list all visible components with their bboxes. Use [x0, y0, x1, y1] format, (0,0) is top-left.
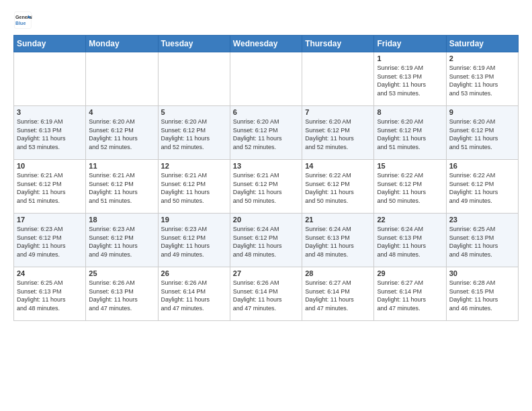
logo: General Blue [13, 11, 32, 30]
day-number: 13 [233, 162, 299, 170]
day-cell [158, 52, 230, 106]
day-cell: 12Sunrise: 6:21 AM Sunset: 6:12 PM Dayli… [158, 160, 230, 214]
day-number: 19 [161, 216, 227, 224]
calendar: SundayMondayTuesdayWednesdayThursdayFrid… [13, 35, 519, 321]
day-info: Sunrise: 6:20 AM Sunset: 6:12 PM Dayligh… [161, 118, 227, 151]
day-cell: 30Sunrise: 6:28 AM Sunset: 6:15 PM Dayli… [446, 267, 518, 321]
day-info: Sunrise: 6:26 AM Sunset: 6:14 PM Dayligh… [233, 279, 299, 312]
day-number: 28 [305, 269, 371, 277]
day-number: 4 [89, 108, 154, 116]
day-number: 5 [161, 108, 227, 116]
day-number: 29 [377, 269, 443, 277]
day-info: Sunrise: 6:24 AM Sunset: 6:12 PM Dayligh… [233, 225, 299, 259]
day-info: Sunrise: 6:22 AM Sunset: 6:12 PM Dayligh… [305, 171, 371, 205]
week-row-5: 24Sunrise: 6:25 AM Sunset: 6:13 PM Dayli… [14, 267, 519, 321]
day-cell: 22Sunrise: 6:24 AM Sunset: 6:13 PM Dayli… [374, 214, 446, 267]
day-number: 21 [305, 216, 371, 224]
day-info: Sunrise: 6:21 AM Sunset: 6:12 PM Dayligh… [89, 171, 154, 205]
day-number: 6 [233, 108, 299, 116]
week-row-1: 1Sunrise: 6:19 AM Sunset: 6:13 PM Daylig… [14, 52, 519, 106]
svg-rect-0 [15, 12, 32, 29]
day-cell: 28Sunrise: 6:27 AM Sunset: 6:14 PM Dayli… [302, 267, 374, 321]
day-number: 20 [233, 216, 299, 224]
week-row-2: 3Sunrise: 6:19 AM Sunset: 6:13 PM Daylig… [14, 106, 519, 160]
day-info: Sunrise: 6:19 AM Sunset: 6:13 PM Dayligh… [377, 64, 443, 97]
weekday-header-friday: Friday [374, 36, 446, 52]
page: General Blue SundayMondayTuesdayWednesda… [0, 0, 532, 411]
day-info: Sunrise: 6:22 AM Sunset: 6:12 PM Dayligh… [449, 171, 515, 205]
day-cell: 7Sunrise: 6:20 AM Sunset: 6:12 PM Daylig… [302, 106, 374, 160]
day-number: 7 [305, 108, 371, 116]
day-cell: 24Sunrise: 6:25 AM Sunset: 6:13 PM Dayli… [14, 267, 86, 321]
weekday-header-saturday: Saturday [446, 36, 518, 52]
day-number: 16 [449, 162, 515, 170]
day-info: Sunrise: 6:20 AM Sunset: 6:12 PM Dayligh… [89, 118, 154, 151]
day-info: Sunrise: 6:23 AM Sunset: 6:12 PM Dayligh… [161, 225, 227, 259]
day-info: Sunrise: 6:21 AM Sunset: 6:12 PM Dayligh… [233, 171, 299, 205]
day-info: Sunrise: 6:20 AM Sunset: 6:12 PM Dayligh… [305, 118, 371, 151]
logo-icon: General Blue [13, 11, 32, 30]
week-row-4: 17Sunrise: 6:23 AM Sunset: 6:12 PM Dayli… [14, 214, 519, 267]
day-info: Sunrise: 6:27 AM Sunset: 6:14 PM Dayligh… [377, 279, 443, 312]
day-number: 15 [377, 162, 443, 170]
header: General Blue [13, 11, 519, 30]
day-cell: 25Sunrise: 6:26 AM Sunset: 6:13 PM Dayli… [86, 267, 158, 321]
week-row-3: 10Sunrise: 6:21 AM Sunset: 6:12 PM Dayli… [14, 160, 519, 214]
day-cell: 6Sunrise: 6:20 AM Sunset: 6:12 PM Daylig… [230, 106, 302, 160]
day-cell [14, 52, 86, 106]
day-info: Sunrise: 6:22 AM Sunset: 6:12 PM Dayligh… [377, 171, 443, 205]
weekday-header-monday: Monday [86, 36, 158, 52]
day-number: 30 [449, 269, 515, 277]
day-number: 14 [305, 162, 371, 170]
day-number: 23 [449, 216, 515, 224]
day-info: Sunrise: 6:28 AM Sunset: 6:15 PM Dayligh… [449, 279, 515, 312]
day-info: Sunrise: 6:23 AM Sunset: 6:12 PM Dayligh… [17, 225, 83, 259]
day-cell: 15Sunrise: 6:22 AM Sunset: 6:12 PM Dayli… [374, 160, 446, 214]
day-cell: 10Sunrise: 6:21 AM Sunset: 6:12 PM Dayli… [14, 160, 86, 214]
day-info: Sunrise: 6:24 AM Sunset: 6:13 PM Dayligh… [305, 225, 371, 259]
day-number: 8 [377, 108, 443, 116]
day-cell: 9Sunrise: 6:20 AM Sunset: 6:12 PM Daylig… [446, 106, 518, 160]
day-info: Sunrise: 6:23 AM Sunset: 6:12 PM Dayligh… [89, 225, 154, 259]
day-cell: 3Sunrise: 6:19 AM Sunset: 6:13 PM Daylig… [14, 106, 86, 160]
day-cell: 21Sunrise: 6:24 AM Sunset: 6:13 PM Dayli… [302, 214, 374, 267]
day-number: 12 [161, 162, 227, 170]
day-info: Sunrise: 6:27 AM Sunset: 6:14 PM Dayligh… [305, 279, 371, 312]
day-cell: 17Sunrise: 6:23 AM Sunset: 6:12 PM Dayli… [14, 214, 86, 267]
day-cell: 20Sunrise: 6:24 AM Sunset: 6:12 PM Dayli… [230, 214, 302, 267]
weekday-header-row: SundayMondayTuesdayWednesdayThursdayFrid… [14, 36, 519, 52]
day-info: Sunrise: 6:19 AM Sunset: 6:13 PM Dayligh… [17, 118, 83, 151]
day-number: 27 [233, 269, 299, 277]
day-cell: 4Sunrise: 6:20 AM Sunset: 6:12 PM Daylig… [86, 106, 158, 160]
day-number: 11 [89, 162, 154, 170]
day-cell [86, 52, 158, 106]
day-info: Sunrise: 6:19 AM Sunset: 6:13 PM Dayligh… [449, 64, 515, 97]
day-number: 25 [89, 269, 154, 277]
day-cell: 16Sunrise: 6:22 AM Sunset: 6:12 PM Dayli… [446, 160, 518, 214]
day-number: 10 [17, 162, 83, 170]
day-number: 1 [377, 54, 443, 62]
day-number: 3 [17, 108, 83, 116]
day-number: 9 [449, 108, 515, 116]
day-cell [230, 52, 302, 106]
svg-text:Blue: Blue [15, 21, 26, 26]
day-cell: 29Sunrise: 6:27 AM Sunset: 6:14 PM Dayli… [374, 267, 446, 321]
day-cell: 26Sunrise: 6:26 AM Sunset: 6:14 PM Dayli… [158, 267, 230, 321]
day-info: Sunrise: 6:25 AM Sunset: 6:13 PM Dayligh… [17, 279, 83, 312]
day-cell: 23Sunrise: 6:25 AM Sunset: 6:13 PM Dayli… [446, 214, 518, 267]
day-info: Sunrise: 6:20 AM Sunset: 6:12 PM Dayligh… [233, 118, 299, 151]
day-cell: 19Sunrise: 6:23 AM Sunset: 6:12 PM Dayli… [158, 214, 230, 267]
day-number: 22 [377, 216, 443, 224]
day-number: 17 [17, 216, 83, 224]
day-cell: 13Sunrise: 6:21 AM Sunset: 6:12 PM Dayli… [230, 160, 302, 214]
day-info: Sunrise: 6:26 AM Sunset: 6:13 PM Dayligh… [89, 279, 154, 312]
day-info: Sunrise: 6:21 AM Sunset: 6:12 PM Dayligh… [17, 171, 83, 205]
weekday-header-thursday: Thursday [302, 36, 374, 52]
day-cell: 2Sunrise: 6:19 AM Sunset: 6:13 PM Daylig… [446, 52, 518, 106]
day-number: 26 [161, 269, 227, 277]
day-cell: 18Sunrise: 6:23 AM Sunset: 6:12 PM Dayli… [86, 214, 158, 267]
day-info: Sunrise: 6:26 AM Sunset: 6:14 PM Dayligh… [161, 279, 227, 312]
day-number: 24 [17, 269, 83, 277]
day-info: Sunrise: 6:20 AM Sunset: 6:12 PM Dayligh… [449, 118, 515, 151]
day-cell: 1Sunrise: 6:19 AM Sunset: 6:13 PM Daylig… [374, 52, 446, 106]
